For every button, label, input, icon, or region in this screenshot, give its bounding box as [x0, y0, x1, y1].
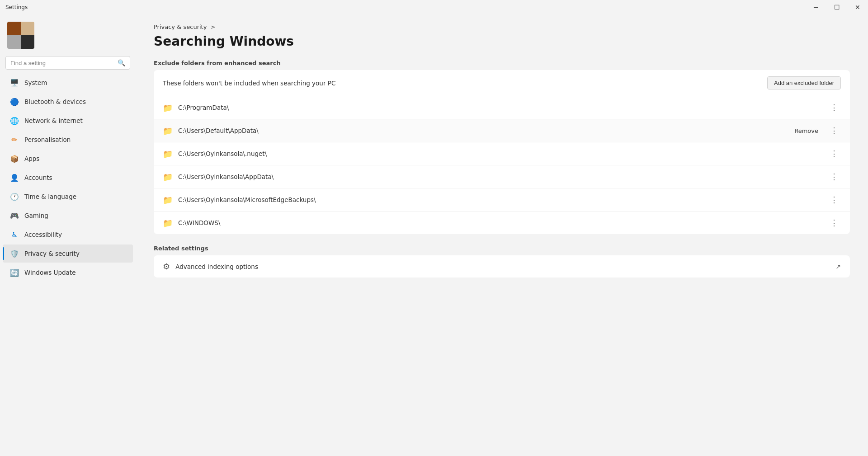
breadcrumb-separator: > — [210, 24, 215, 30]
external-link-icon: ↗ — [835, 263, 841, 270]
list-item[interactable]: ⚙️ Advanced indexing options ↗ — [154, 255, 850, 277]
folder-icon: 📁 — [163, 195, 173, 205]
sidebar-item-system[interactable]: 🖥️ System — [3, 74, 133, 92]
table-row: 📁 C:\ProgramData\ Remove ⋮ — [154, 96, 850, 119]
sidebar-item-accessibility[interactable]: ♿ Accessibility — [3, 226, 133, 244]
table-row: 📁 C:\Users\Oyinkansola\MicrosoftEdgeBack… — [154, 188, 850, 212]
table-row: 📁 C:\Users\Oyinkansola\AppData\ ⋮ — [154, 165, 850, 188]
folder-options-button[interactable]: ⋮ — [827, 125, 841, 136]
folder-icon: 📁 — [163, 103, 173, 113]
search-input[interactable] — [10, 60, 114, 66]
avatar-area — [0, 14, 136, 52]
network-icon: 🌐 — [10, 116, 19, 125]
folder-path: C:\Users\Default\AppData\ — [178, 127, 789, 134]
sidebar-item-label: Privacy & security — [24, 250, 80, 257]
folder-path: C:\WINDOWS\ — [178, 219, 822, 226]
page-title: Searching Windows — [154, 34, 850, 49]
related-settings-card: ⚙️ Advanced indexing options ↗ — [154, 255, 850, 277]
search-box[interactable]: 🔍 — [5, 56, 130, 70]
sidebar-item-label: System — [24, 79, 47, 86]
folder-icon: 📁 — [163, 218, 173, 228]
sidebar-item-network[interactable]: 🌐 Network & internet — [3, 112, 133, 130]
sidebar-item-label: Gaming — [24, 212, 48, 219]
minimize-button[interactable]: ─ — [806, 0, 826, 14]
windowsupdate-icon: 🔄 — [10, 268, 19, 277]
sidebar-item-label: Time & language — [24, 193, 76, 200]
sidebar: 🔍 🖥️ System 🔵 Bluetooth & devices 🌐 Netw… — [0, 14, 136, 456]
title-bar-title: Settings — [5, 4, 28, 10]
sidebar-item-label: Personalisation — [24, 136, 71, 143]
sidebar-item-windowsupdate[interactable]: 🔄 Windows Update — [3, 263, 133, 282]
gaming-icon: 🎮 — [10, 211, 19, 220]
title-bar-left: Settings — [5, 4, 28, 10]
folder-icon: 📁 — [163, 126, 173, 136]
personalisation-icon: ✏️ — [10, 135, 19, 144]
folder-path: C:\ProgramData\ — [178, 104, 789, 111]
exclude-description-row: These folders won't be included when sea… — [154, 70, 850, 96]
breadcrumb-parent-link[interactable]: Privacy & security — [154, 24, 207, 30]
sidebar-item-time[interactable]: 🕐 Time & language — [3, 188, 133, 206]
folder-icon: 📁 — [163, 149, 173, 159]
search-icon-button[interactable]: 🔍 — [118, 59, 125, 66]
folder-options-button[interactable]: ⋮ — [827, 148, 841, 160]
sidebar-item-apps[interactable]: 📦 Apps — [3, 150, 133, 168]
folder-path: C:\Users\Oyinkansola\AppData\ — [178, 173, 822, 180]
exclude-section-title: Exclude folders from enhanced search — [154, 60, 850, 66]
app-body: 🔍 🖥️ System 🔵 Bluetooth & devices 🌐 Netw… — [0, 14, 868, 456]
indexing-icon: ⚙️ — [163, 262, 170, 271]
close-button[interactable]: ✕ — [847, 0, 868, 14]
exclude-folders-card: These folders won't be included when sea… — [154, 70, 850, 234]
sidebar-item-gaming[interactable]: 🎮 Gaming — [3, 207, 133, 225]
title-bar-controls: ─ ☐ ✕ — [806, 0, 868, 14]
table-row: 📁 C:\Users\Default\AppData\ Remove ⋮ — [154, 119, 850, 142]
folder-options-button[interactable]: ⋮ — [827, 194, 841, 206]
folder-icon: 📁 — [163, 172, 173, 182]
folder-path: C:\Users\Oyinkansola\.nuget\ — [178, 150, 822, 157]
sidebar-item-label: Accessibility — [24, 231, 62, 238]
breadcrumb: Privacy & security > — [154, 24, 850, 30]
folder-options-button[interactable]: ⋮ — [827, 217, 841, 229]
folder-path: C:\Users\Oyinkansola\MicrosoftEdgeBackup… — [178, 196, 822, 203]
avatar — [7, 22, 34, 49]
related-settings-title: Related settings — [154, 245, 850, 252]
indexing-label: Advanced indexing options — [175, 263, 830, 270]
exclude-description: These folders won't be included when sea… — [163, 80, 762, 87]
sidebar-item-accounts[interactable]: 👤 Accounts — [3, 169, 133, 187]
sidebar-item-bluetooth[interactable]: 🔵 Bluetooth & devices — [3, 93, 133, 111]
title-bar: Settings ─ ☐ ✕ — [0, 0, 868, 14]
accounts-icon: 👤 — [10, 173, 19, 182]
table-row: 📁 C:\Users\Oyinkansola\.nuget\ ⋮ — [154, 142, 850, 165]
sidebar-item-privacy[interactable]: 🛡️ Privacy & security — [3, 244, 133, 263]
remove-label: Remove — [794, 127, 822, 134]
sidebar-item-label: Accounts — [24, 174, 52, 181]
sidebar-item-label: Windows Update — [24, 269, 75, 276]
table-row: 📁 C:\WINDOWS\ ⋮ — [154, 212, 850, 234]
folder-options-button[interactable]: ⋮ — [827, 171, 841, 183]
maximize-button[interactable]: ☐ — [826, 0, 847, 14]
bluetooth-icon: 🔵 — [10, 97, 19, 106]
add-excluded-folder-button[interactable]: Add an excluded folder — [767, 76, 841, 89]
privacy-icon: 🛡️ — [10, 249, 19, 258]
accessibility-icon: ♿ — [10, 230, 19, 239]
sidebar-item-personalisation[interactable]: ✏️ Personalisation — [3, 131, 133, 149]
time-icon: 🕐 — [10, 192, 19, 201]
sidebar-item-label: Apps — [24, 155, 39, 162]
sidebar-item-label: Bluetooth & devices — [24, 98, 86, 105]
system-icon: 🖥️ — [10, 78, 19, 87]
sidebar-item-label: Network & internet — [24, 117, 83, 124]
folder-options-button[interactable]: ⋮ — [827, 102, 841, 113]
apps-icon: 📦 — [10, 154, 19, 163]
main-content: Privacy & security > Searching Windows E… — [136, 14, 868, 456]
